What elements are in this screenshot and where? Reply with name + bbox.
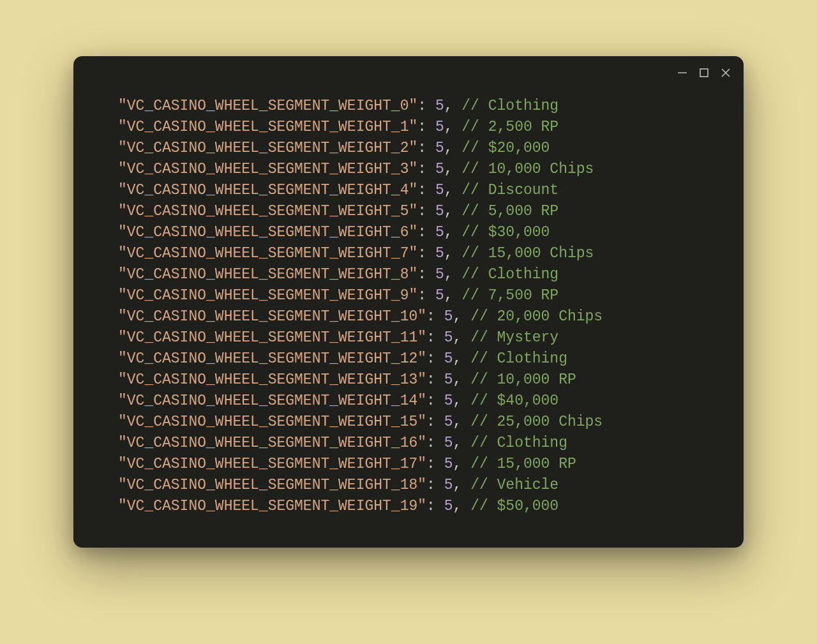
- code-key: "VC_CASINO_WHEEL_SEGMENT_WEIGHT_12": [118, 350, 426, 367]
- code-line: "VC_CASINO_WHEEL_SEGMENT_WEIGHT_5": 5, /…: [118, 201, 718, 222]
- code-line: "VC_CASINO_WHEEL_SEGMENT_WEIGHT_19": 5, …: [118, 496, 718, 517]
- code-line: "VC_CASINO_WHEEL_SEGMENT_WEIGHT_4": 5, /…: [118, 180, 718, 201]
- code-comment: // 25,000 Chips: [470, 414, 603, 430]
- code-key: "VC_CASINO_WHEEL_SEGMENT_WEIGHT_0": [118, 98, 417, 114]
- code-comma: ,: [444, 224, 462, 241]
- code-value: 5: [435, 140, 444, 156]
- code-comment: // $50,000: [470, 498, 558, 514]
- code-key: "VC_CASINO_WHEEL_SEGMENT_WEIGHT_6": [118, 224, 417, 241]
- code-key: "VC_CASINO_WHEEL_SEGMENT_WEIGHT_3": [118, 161, 417, 177]
- code-comment: // Clothing: [470, 350, 567, 367]
- code-colon: :: [417, 224, 435, 241]
- code-value: 5: [435, 224, 444, 241]
- code-comma: ,: [444, 203, 462, 220]
- code-value: 5: [444, 435, 453, 451]
- code-comment: // 2,500 RP: [461, 119, 558, 135]
- code-line: "VC_CASINO_WHEEL_SEGMENT_WEIGHT_14": 5, …: [118, 391, 718, 412]
- code-comma: ,: [453, 435, 471, 451]
- code-line: "VC_CASINO_WHEEL_SEGMENT_WEIGHT_1": 5, /…: [118, 117, 718, 138]
- code-key: "VC_CASINO_WHEEL_SEGMENT_WEIGHT_5": [118, 203, 417, 220]
- code-key: "VC_CASINO_WHEEL_SEGMENT_WEIGHT_19": [118, 498, 426, 514]
- code-colon: :: [426, 414, 444, 430]
- code-colon: :: [417, 98, 435, 114]
- code-line: "VC_CASINO_WHEEL_SEGMENT_WEIGHT_9": 5, /…: [118, 285, 718, 306]
- code-line: "VC_CASINO_WHEEL_SEGMENT_WEIGHT_16": 5, …: [118, 433, 718, 454]
- code-value: 5: [444, 414, 453, 430]
- code-comment: // $30,000: [461, 224, 550, 241]
- code-value: 5: [444, 350, 453, 367]
- minimize-button[interactable]: [676, 66, 689, 79]
- code-line: "VC_CASINO_WHEEL_SEGMENT_WEIGHT_8": 5, /…: [118, 264, 718, 285]
- code-value: 5: [444, 371, 453, 388]
- code-value: 5: [435, 266, 444, 283]
- code-value: 5: [435, 119, 444, 135]
- code-line: "VC_CASINO_WHEEL_SEGMENT_WEIGHT_6": 5, /…: [118, 222, 718, 243]
- code-colon: :: [417, 119, 435, 135]
- code-colon: :: [426, 498, 444, 514]
- code-value: 5: [435, 182, 444, 198]
- code-comma: ,: [453, 498, 471, 514]
- code-editor[interactable]: "VC_CASINO_WHEEL_SEGMENT_WEIGHT_0": 5, /…: [73, 89, 744, 548]
- minimize-icon: [677, 67, 688, 79]
- close-button[interactable]: [719, 66, 732, 79]
- code-line: "VC_CASINO_WHEEL_SEGMENT_WEIGHT_11": 5, …: [118, 327, 718, 348]
- code-comment: // 10,000 Chips: [461, 161, 594, 177]
- code-line: "VC_CASINO_WHEEL_SEGMENT_WEIGHT_13": 5, …: [118, 370, 718, 391]
- code-colon: :: [417, 245, 435, 262]
- code-colon: :: [417, 161, 435, 177]
- code-colon: :: [426, 393, 444, 409]
- code-comma: ,: [453, 329, 471, 346]
- code-colon: :: [426, 371, 444, 388]
- code-value: 5: [435, 161, 444, 177]
- code-colon: :: [426, 350, 444, 367]
- code-value: 5: [444, 329, 453, 346]
- code-comma: ,: [453, 308, 471, 325]
- maximize-button[interactable]: [698, 66, 710, 79]
- code-colon: :: [417, 203, 435, 220]
- code-value: 5: [435, 287, 444, 304]
- code-line: "VC_CASINO_WHEEL_SEGMENT_WEIGHT_17": 5, …: [118, 454, 718, 475]
- code-key: "VC_CASINO_WHEEL_SEGMENT_WEIGHT_1": [118, 119, 417, 135]
- code-value: 5: [444, 477, 453, 493]
- code-comment: // Discount: [461, 182, 558, 198]
- code-comment: // 20,000 Chips: [470, 308, 603, 325]
- code-key: "VC_CASINO_WHEEL_SEGMENT_WEIGHT_14": [118, 393, 426, 409]
- code-key: "VC_CASINO_WHEEL_SEGMENT_WEIGHT_17": [118, 456, 426, 472]
- code-comment: // 10,000 RP: [470, 371, 576, 388]
- code-comma: ,: [453, 414, 471, 430]
- maximize-icon: [698, 67, 710, 79]
- code-value: 5: [435, 245, 444, 262]
- code-value: 5: [435, 98, 444, 114]
- code-comma: ,: [444, 140, 462, 156]
- code-value: 5: [435, 203, 444, 220]
- code-comma: ,: [444, 98, 462, 114]
- code-comment: // $20,000: [461, 140, 550, 156]
- code-key: "VC_CASINO_WHEEL_SEGMENT_WEIGHT_7": [118, 245, 417, 262]
- code-line: "VC_CASINO_WHEEL_SEGMENT_WEIGHT_7": 5, /…: [118, 243, 718, 264]
- code-colon: :: [417, 182, 435, 198]
- code-comment: // 15,000 Chips: [461, 245, 594, 262]
- code-colon: :: [426, 329, 444, 346]
- code-key: "VC_CASINO_WHEEL_SEGMENT_WEIGHT_13": [118, 371, 426, 388]
- code-key: "VC_CASINO_WHEEL_SEGMENT_WEIGHT_8": [118, 266, 417, 283]
- code-comment: // 15,000 RP: [470, 456, 576, 472]
- code-line: "VC_CASINO_WHEEL_SEGMENT_WEIGHT_10": 5, …: [118, 306, 718, 327]
- code-line: "VC_CASINO_WHEEL_SEGMENT_WEIGHT_12": 5, …: [118, 348, 718, 370]
- code-line: "VC_CASINO_WHEEL_SEGMENT_WEIGHT_3": 5, /…: [118, 159, 718, 180]
- close-icon: [720, 67, 731, 79]
- code-key: "VC_CASINO_WHEEL_SEGMENT_WEIGHT_9": [118, 287, 417, 304]
- code-comment: // 7,500 RP: [461, 287, 558, 304]
- code-line: "VC_CASINO_WHEEL_SEGMENT_WEIGHT_2": 5, /…: [118, 138, 718, 159]
- code-colon: :: [417, 287, 435, 304]
- code-comma: ,: [444, 287, 462, 304]
- code-line: "VC_CASINO_WHEEL_SEGMENT_WEIGHT_18": 5, …: [118, 475, 718, 496]
- code-value: 5: [444, 308, 453, 325]
- code-comma: ,: [453, 350, 471, 367]
- code-colon: :: [426, 477, 444, 493]
- code-key: "VC_CASINO_WHEEL_SEGMENT_WEIGHT_10": [118, 308, 426, 325]
- code-comment: // Clothing: [470, 435, 567, 451]
- code-colon: :: [417, 140, 435, 156]
- code-line: "VC_CASINO_WHEEL_SEGMENT_WEIGHT_0": 5, /…: [118, 96, 718, 117]
- code-window: "VC_CASINO_WHEEL_SEGMENT_WEIGHT_0": 5, /…: [73, 56, 744, 548]
- code-key: "VC_CASINO_WHEEL_SEGMENT_WEIGHT_18": [118, 477, 426, 493]
